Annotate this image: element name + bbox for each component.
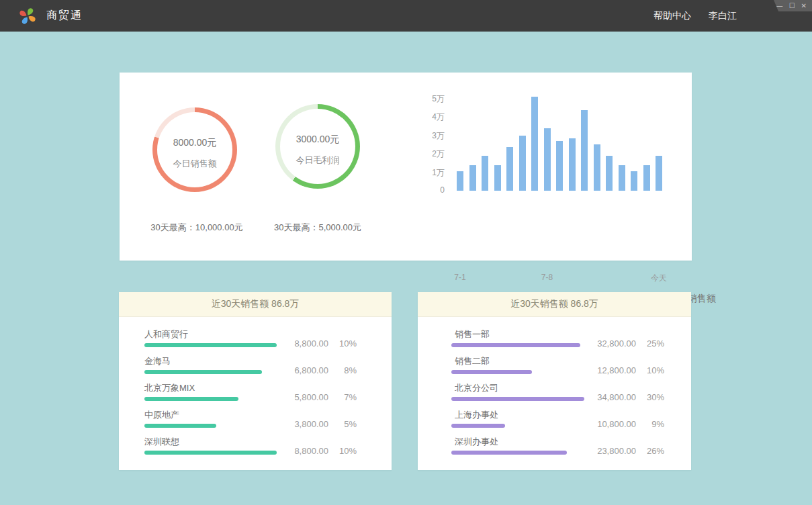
customer-rank-title: 近30天销售额 86.8万 bbox=[119, 292, 392, 317]
chart-bar bbox=[594, 144, 600, 191]
rank-row-bar bbox=[451, 343, 580, 347]
minimize-icon[interactable]: — bbox=[776, 3, 783, 9]
rank-row: 北京分公司 34,800.00 30% bbox=[451, 382, 664, 409]
rank-row-value: 3,800.00 bbox=[272, 419, 328, 429]
rank-row-label: 深圳联想 bbox=[144, 436, 179, 448]
rank-row-bar bbox=[144, 424, 216, 428]
rank-row-percent: 8% bbox=[328, 365, 357, 375]
chart-y-tick: 3万 bbox=[418, 130, 445, 142]
rank-row-percent: 9% bbox=[636, 419, 664, 429]
rank-row-percent: 10% bbox=[636, 365, 664, 375]
sales-14day-chart: 5万4万3万2万1万0 7-17-8今天 近14天销售额 bbox=[120, 73, 692, 261]
rank-row-bar bbox=[451, 397, 584, 401]
chart-bar bbox=[581, 110, 588, 191]
rank-row: 北京万象MIX 5,800.00 7% bbox=[144, 382, 357, 409]
rank-row-label: 北京分公司 bbox=[455, 382, 498, 394]
rank-row-percent: 25% bbox=[636, 338, 664, 349]
chart-y-tick: 2万 bbox=[418, 148, 445, 160]
rank-row-value: 23,800.00 bbox=[580, 446, 636, 456]
rank-row-value: 12,800.00 bbox=[580, 365, 636, 375]
chart-bar bbox=[457, 171, 463, 191]
rank-row-value: 10,800.00 bbox=[580, 419, 636, 429]
rank-row-value: 34,800.00 bbox=[580, 392, 636, 402]
rank-row-bar bbox=[144, 343, 277, 347]
user-menu[interactable]: 李白江 bbox=[709, 10, 737, 22]
chart-y-tick: 1万 bbox=[418, 167, 445, 179]
maximize-icon[interactable]: ☐ bbox=[789, 3, 795, 9]
today-summary-card: 8000.00元 今日销售额 30天最高：10,000.00元 3000.00元… bbox=[120, 73, 692, 261]
chart-bar bbox=[469, 165, 476, 191]
rank-row-value: 8,800.00 bbox=[272, 338, 328, 349]
rank-row-percent: 26% bbox=[636, 446, 664, 456]
chart-bar bbox=[494, 165, 501, 191]
rank-row-bar bbox=[451, 451, 567, 455]
chart-plot-area bbox=[457, 93, 664, 191]
rank-row-value: 5,800.00 bbox=[272, 392, 328, 402]
rank-row-label: 人和商贸行 bbox=[144, 328, 188, 340]
help-center-link[interactable]: 帮助中心 bbox=[653, 10, 691, 22]
rank-row-percent: 7% bbox=[328, 392, 357, 402]
rank-row-bar bbox=[144, 397, 238, 401]
rank-row: 人和商贸行 8,800.00 10% bbox=[144, 328, 357, 355]
rank-row-bar bbox=[451, 370, 532, 374]
rank-row: 销售二部 12,800.00 10% bbox=[451, 355, 664, 382]
rank-row-label: 中原地产 bbox=[144, 409, 179, 421]
rank-row: 上海办事处 10,800.00 9% bbox=[451, 409, 664, 436]
rank-row-label: 销售一部 bbox=[455, 328, 490, 340]
customer-rank-card: 近30天销售额 86.8万 人和商贸行 8,800.00 10% 金海马 6,8… bbox=[119, 292, 392, 470]
rank-row-percent: 30% bbox=[636, 392, 664, 402]
rank-row-label: 金海马 bbox=[144, 355, 171, 367]
chart-x-tick: 7-1 bbox=[454, 273, 465, 282]
rank-row-bar bbox=[451, 424, 505, 428]
chart-bar bbox=[643, 165, 650, 191]
dept-rank-title: 近30天销售额 86.8万 bbox=[418, 292, 691, 317]
chart-bar bbox=[631, 171, 637, 191]
chart-bar bbox=[506, 147, 513, 191]
rank-row-value: 32,800.00 bbox=[580, 338, 636, 349]
rank-row-label: 北京万象MIX bbox=[144, 382, 195, 394]
chart-y-tick: 4万 bbox=[418, 111, 445, 123]
rank-row: 中原地产 3,800.00 5% bbox=[144, 409, 357, 436]
chart-bar bbox=[482, 156, 488, 191]
pinwheel-logo-icon bbox=[18, 6, 37, 26]
chart-bar bbox=[519, 136, 526, 191]
chart-bar bbox=[569, 138, 576, 191]
titlebar: 商贸通 帮助中心 李白江 — ☐ ✕ bbox=[0, 0, 812, 32]
rank-row: 金海马 6,800.00 8% bbox=[144, 355, 357, 382]
dept-rank-card: 近30天销售额 86.8万 销售一部 32,800.00 25% 销售二部 12… bbox=[418, 292, 691, 470]
rank-row-value: 6,800.00 bbox=[272, 365, 328, 375]
chart-y-tick: 5万 bbox=[418, 93, 445, 105]
chart-x-tick: 今天 bbox=[651, 273, 667, 284]
chart-bar bbox=[656, 156, 662, 191]
chart-bar bbox=[619, 165, 625, 191]
rank-row-label: 销售二部 bbox=[455, 355, 490, 367]
app-title: 商贸通 bbox=[46, 9, 83, 23]
window-controls: — ☐ ✕ bbox=[768, 0, 812, 11]
rank-row: 销售一部 32,800.00 25% bbox=[451, 328, 664, 355]
rank-row: 深圳联想 8,800.00 10% bbox=[144, 436, 357, 463]
rank-row-bar bbox=[144, 370, 262, 374]
chart-bar bbox=[544, 128, 551, 191]
rank-row-value: 8,800.00 bbox=[272, 446, 328, 456]
rank-row-bar bbox=[144, 451, 277, 455]
rank-row-percent: 5% bbox=[328, 419, 357, 429]
close-icon[interactable]: ✕ bbox=[801, 3, 807, 9]
rank-row-label: 上海办事处 bbox=[455, 409, 498, 421]
rank-row-label: 深圳办事处 bbox=[455, 436, 498, 448]
rank-row: 深圳办事处 23,800.00 26% bbox=[451, 436, 664, 463]
rank-row-percent: 10% bbox=[328, 338, 357, 349]
chart-bar bbox=[606, 156, 613, 191]
rank-row-percent: 10% bbox=[328, 446, 357, 456]
chart-y-tick: 0 bbox=[418, 185, 445, 195]
chart-bar bbox=[556, 141, 563, 191]
chart-x-tick: 7-8 bbox=[541, 273, 553, 282]
chart-bar bbox=[531, 97, 538, 191]
